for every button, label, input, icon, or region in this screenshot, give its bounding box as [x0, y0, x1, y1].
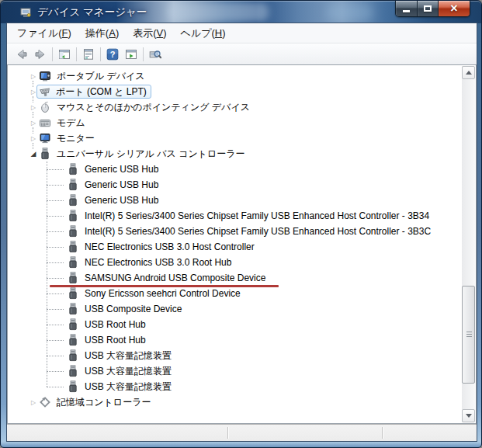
tree-item-generic-usb-hub-1[interactable]: Generic USB Hub — [9, 161, 462, 177]
tree-item-mice-pointing-devices[interactable]: ▷ マウスとそのほかのポインティング デバイス — [9, 99, 462, 115]
modem-icon — [39, 116, 51, 129]
toolbar — [7, 43, 477, 64]
tree-item-monitors[interactable]: ▷ モニター — [9, 130, 462, 146]
back-icon — [15, 47, 29, 61]
title-bar[interactable]: デバイス マネージャー × — [1, 1, 481, 23]
tree-item-label: ポート (COM と LPT) — [56, 85, 147, 99]
tree-item-usb-mass-storage-2[interactable]: USB 大容量記憶装置 — [9, 363, 462, 379]
scroll-up-button[interactable] — [462, 66, 475, 79]
maximize-icon — [424, 5, 432, 12]
tree-item-label: NEC Electronics USB 3.0 Host Controller — [85, 241, 255, 252]
tree-item-label: Generic USB Hub — [85, 195, 158, 206]
tree-item-label: ポータブル デバイス — [57, 70, 145, 83]
tree-item-usb-mass-storage-1[interactable]: USB 大容量記憶装置 — [9, 348, 462, 363]
tree-item-storage-controllers[interactable]: ▷ 記憶域コントローラー — [9, 394, 462, 410]
tree-item-sony-ericsson-seehcri[interactable]: Sony Ericsson seehcri Control Device — [9, 286, 462, 301]
tree-item-label: Intel(R) 5 Series/3400 Series Chipset Fa… — [85, 226, 431, 237]
usb-icon — [67, 365, 79, 377]
arrow-up-icon — [466, 71, 472, 75]
toolbar-separator — [76, 47, 77, 61]
window-controls: × — [395, 1, 470, 17]
action-pane-button[interactable] — [122, 46, 140, 63]
minimize-button[interactable] — [396, 1, 418, 16]
menu-help[interactable]: ヘルプ(H) — [174, 25, 233, 42]
usb-icon — [39, 148, 51, 160]
portable-device-icon — [39, 70, 51, 82]
window-title: デバイス マネージャー — [37, 5, 147, 19]
usb-icon — [67, 256, 79, 269]
serial-port-icon — [39, 85, 51, 98]
forward-button[interactable] — [31, 46, 50, 63]
status-bar — [7, 424, 477, 441]
maximize-button[interactable] — [418, 1, 439, 16]
usb-icon — [67, 163, 79, 175]
tree-item-intel-usb-host-3b3c[interactable]: Intel(R) 5 Series/3400 Series Chipset Fa… — [9, 224, 462, 239]
tree-item-label: SAMSUNG Android USB Composite Device — [85, 273, 265, 283]
usb-icon — [67, 380, 79, 393]
minimize-icon — [403, 10, 410, 12]
chevron-expanded-icon[interactable]: ◢ — [28, 150, 39, 158]
red-underline-annotation — [50, 285, 279, 287]
menu-action[interactable]: 操作(A) — [78, 25, 126, 42]
forward-icon — [33, 47, 47, 61]
chevron-right-icon[interactable]: ▷ — [28, 399, 39, 406]
tree-item-label: Intel(R) 5 Series/3400 Series Chipset Fa… — [85, 210, 429, 221]
menu-view[interactable]: 表示(V) — [126, 25, 173, 42]
console-tree-icon — [58, 48, 71, 61]
device-manager-window: デバイス マネージャー × ファイル(F) 操作(A) 表示(V) ヘルプ(H) — [0, 0, 482, 448]
chevron-right-icon[interactable]: ▷ — [28, 73, 39, 80]
menu-file[interactable]: ファイル(F) — [10, 25, 78, 42]
tree-item-label: Sony Ericsson seehcri Control Device — [85, 288, 241, 299]
tree-item-label: 記憶域コントローラー — [57, 396, 151, 409]
selected-item-highlight: ポート (COM と LPT) — [36, 85, 151, 99]
usb-icon — [67, 334, 79, 346]
tree-item-usb-composite-device[interactable]: USB Composite Device — [9, 301, 462, 317]
help-icon — [106, 48, 119, 61]
tree-item-label: モニター — [57, 132, 95, 145]
tree-item-portable-devices[interactable]: ▷ ポータブル デバイス — [9, 68, 462, 84]
status-divider — [382, 427, 383, 439]
tree-item-samsung-android-usb-composite[interactable]: SAMSUNG Android USB Composite Device — [9, 270, 462, 286]
tree-item-usb-mass-storage-3[interactable]: USB 大容量記憶装置 — [9, 379, 462, 394]
status-divider — [227, 427, 228, 439]
chevron-right-icon[interactable]: ▷ — [28, 104, 39, 111]
show-console-tree-button[interactable] — [55, 46, 74, 63]
scroll-down-button[interactable] — [462, 409, 475, 422]
tree-item-generic-usb-hub-3[interactable]: Generic USB Hub — [9, 193, 462, 208]
tree-item-label: USB 大容量記憶装置 — [85, 349, 172, 363]
tree-item-nec-usb3-host-controller[interactable]: NEC Electronics USB 3.0 Host Controller — [9, 239, 462, 255]
client-area: ファイル(F) 操作(A) 表示(V) ヘルプ(H) ▷ — [7, 23, 477, 441]
tree-item-ports-com-lpt[interactable]: ▷ ポート (COM と LPT) — [9, 84, 462, 99]
scan-hardware-changes-button[interactable] — [146, 46, 165, 63]
vertical-scrollbar[interactable] — [462, 66, 475, 422]
usb-icon — [67, 210, 79, 222]
usb-icon — [67, 241, 79, 253]
usb-icon — [67, 318, 79, 331]
usb-icon — [67, 194, 79, 207]
storage-controller-icon — [39, 396, 51, 408]
chevron-right-icon[interactable]: ▷ — [28, 120, 39, 127]
properties-button[interactable] — [79, 46, 98, 63]
tree-item-modems[interactable]: ▷ モデム — [9, 115, 462, 130]
aero-glass-reflection — [168, 2, 269, 22]
tree-item-nec-usb3-root-hub[interactable]: NEC Electronics USB 3.0 Root Hub — [9, 255, 462, 270]
tree-item-label: Generic USB Hub — [85, 179, 158, 190]
device-tree: ▷ ポータブル デバイス ▷ ポート (COM と LPT) ▷ マウスとそのほ… — [9, 66, 462, 422]
chevron-right-icon[interactable]: ▷ — [28, 135, 39, 142]
tree-item-usb-root-hub-2[interactable]: USB Root Hub — [9, 332, 462, 348]
close-button[interactable]: × — [439, 1, 470, 16]
usb-icon — [67, 179, 79, 191]
action-pane-icon — [125, 48, 137, 61]
tree-item-label: USB 大容量記憶装置 — [85, 365, 172, 378]
tree-item-generic-usb-hub-2[interactable]: Generic USB Hub — [9, 177, 462, 193]
back-button[interactable] — [12, 46, 31, 63]
usb-icon — [67, 349, 79, 362]
scrollbar-grip-icon — [466, 332, 472, 339]
tree-item-usb-root-hub-1[interactable]: USB Root Hub — [9, 317, 462, 332]
tree-item-label: USB Root Hub — [85, 335, 146, 346]
tree-item-usb-controllers[interactable]: ◢ ユニバーサル シリアル バス コントローラー — [9, 146, 462, 161]
help-button[interactable] — [103, 46, 122, 63]
tree-item-label: モデム — [57, 116, 85, 130]
tree-item-intel-usb-host-3b34[interactable]: Intel(R) 5 Series/3400 Series Chipset Fa… — [9, 208, 462, 224]
scrollbar-thumb[interactable] — [462, 286, 475, 384]
